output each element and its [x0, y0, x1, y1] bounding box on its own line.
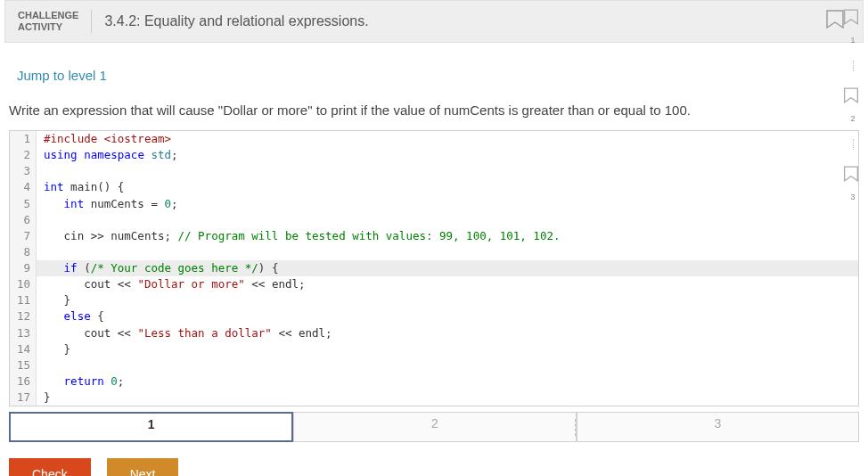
- code-content[interactable]: using namespace std;: [37, 147, 858, 163]
- rail-num: 1: [850, 36, 855, 45]
- code-content[interactable]: int main() {: [37, 179, 858, 195]
- line-number: 5: [10, 196, 37, 212]
- code-line[interactable]: 5 int numCents = 0;: [10, 196, 858, 212]
- next-button[interactable]: Next: [107, 458, 179, 476]
- code-line[interactable]: 15: [10, 357, 858, 373]
- code-line[interactable]: 8: [10, 244, 858, 260]
- code-content[interactable]: }: [37, 341, 858, 357]
- header-tag: CHALLENGE ACTIVITY: [18, 10, 92, 32]
- header-title: 3.4.2: Equality and relational expressio…: [104, 13, 368, 29]
- code-line[interactable]: 13 cout << "Less than a dollar" << endl;: [10, 325, 858, 341]
- line-number: 13: [10, 325, 37, 341]
- code-content[interactable]: #include <iostream>: [37, 131, 858, 147]
- code-content[interactable]: }: [37, 292, 858, 308]
- code-editor[interactable]: 1#include <iostream>2using namespace std…: [9, 130, 859, 406]
- code-line[interactable]: 11 }: [10, 292, 858, 308]
- line-number: 2: [10, 147, 37, 163]
- code-line[interactable]: 3: [10, 163, 858, 179]
- level-tabs: 1 2 3: [9, 412, 859, 442]
- rail-separator: [853, 61, 854, 71]
- code-line[interactable]: 4int main() {: [10, 179, 858, 195]
- code-line[interactable]: 2using namespace std;: [10, 147, 858, 163]
- prompt-text: Write an expression that will cause "Dol…: [4, 101, 864, 130]
- code-content[interactable]: return 0;: [37, 373, 858, 390]
- jump-to-level-link[interactable]: Jump to level 1: [17, 68, 107, 83]
- line-number: 16: [10, 373, 37, 390]
- line-number: 6: [10, 212, 37, 228]
- rail-num: 2: [850, 114, 855, 123]
- jump-link-row: Jump to level 1: [4, 43, 864, 101]
- line-number: 7: [10, 228, 37, 244]
- code-line[interactable]: 16 return 0;: [10, 373, 858, 390]
- level-tab-2[interactable]: 2: [293, 412, 576, 442]
- code-content[interactable]: [37, 357, 858, 373]
- code-line[interactable]: 14 }: [10, 341, 858, 357]
- code-line[interactable]: 1#include <iostream>: [10, 131, 858, 147]
- code-content[interactable]: cout << "Less than a dollar" << endl;: [37, 325, 858, 341]
- line-number: 8: [10, 244, 37, 260]
- rail-step-2[interactable]: 2: [843, 87, 863, 123]
- code-line[interactable]: 6: [10, 212, 858, 228]
- code-line[interactable]: 9 if (/* Your code goes here */) {: [10, 260, 858, 276]
- code-content[interactable]: if (/* Your code goes here */) {: [37, 260, 858, 276]
- rail-num: 3: [850, 193, 855, 201]
- code-content[interactable]: [37, 244, 858, 260]
- line-number: 12: [10, 308, 37, 324]
- code-line[interactable]: 7 cin >> numCents; // Program will be te…: [10, 228, 858, 244]
- rail-separator: [853, 139, 854, 150]
- bookmark-icon[interactable]: [825, 10, 845, 33]
- rail-step-1[interactable]: 1: [843, 9, 863, 45]
- code-content[interactable]: [37, 163, 858, 179]
- level-tab-3[interactable]: 3: [577, 412, 859, 442]
- line-number: 15: [10, 357, 37, 373]
- line-number: 9: [10, 260, 37, 276]
- check-button[interactable]: Check: [9, 458, 91, 476]
- rail-step-3[interactable]: 3: [843, 166, 863, 201]
- shield-icon: [843, 9, 863, 32]
- code-content[interactable]: int numCents = 0;: [37, 196, 858, 212]
- line-number: 17: [10, 390, 37, 406]
- code-content[interactable]: cin >> numCents; // Program will be test…: [37, 228, 858, 244]
- line-number: 4: [10, 179, 37, 195]
- progress-rail: 1 2 3: [843, 9, 863, 201]
- shield-icon: [843, 166, 863, 189]
- line-number: 14: [10, 341, 37, 357]
- level-tab-1[interactable]: 1: [9, 412, 293, 442]
- line-number: 11: [10, 292, 37, 308]
- code-content[interactable]: cout << "Dollar or more" << endl;: [37, 276, 858, 292]
- code-content[interactable]: }: [37, 390, 858, 406]
- code-line[interactable]: 17}: [10, 390, 858, 406]
- code-line[interactable]: 12 else {: [10, 308, 858, 324]
- line-number: 10: [10, 276, 37, 292]
- challenge-header: CHALLENGE ACTIVITY 3.4.2: Equality and r…: [4, 0, 864, 43]
- line-number: 1: [10, 131, 37, 147]
- code-content[interactable]: else {: [37, 308, 858, 324]
- code-content[interactable]: [37, 212, 858, 228]
- shield-icon: [843, 87, 863, 111]
- code-line[interactable]: 10 cout << "Dollar or more" << endl;: [10, 276, 858, 292]
- line-number: 3: [10, 163, 37, 179]
